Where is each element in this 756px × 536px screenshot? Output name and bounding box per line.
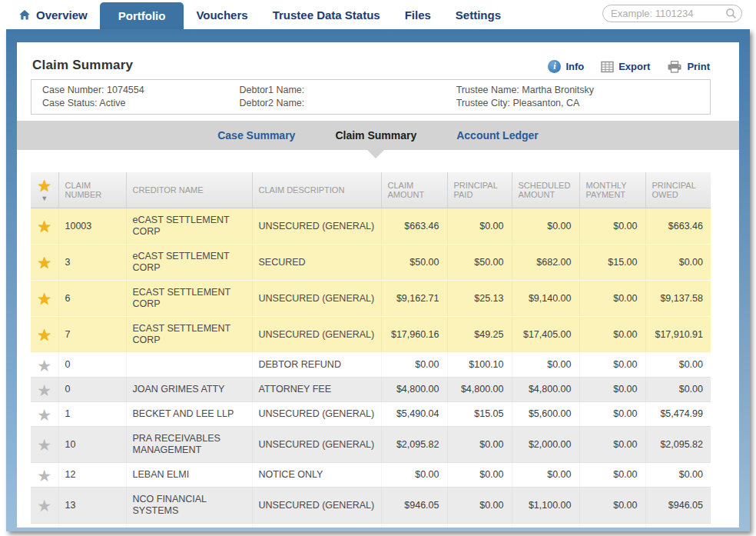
- cell-principal-paid: $4,800.00: [447, 378, 512, 402]
- cell-creditor: LEBAN ELMI: [126, 463, 252, 488]
- favorite-star[interactable]: ★: [31, 378, 58, 402]
- search-icon[interactable]: [725, 8, 737, 22]
- cell-description: UNSECURED (GENERAL): [252, 317, 381, 353]
- cell-scheduled-amount: $4,800.00: [512, 378, 579, 402]
- table-row[interactable]: ★12LEBAN ELMINOTICE ONLY$0.00$0.00$0.00$…: [31, 463, 711, 488]
- table-row[interactable]: ★1BECKET AND LEE LLPUNSECURED (GENERAL)$…: [31, 402, 711, 427]
- favorite-star[interactable]: ★: [31, 281, 58, 317]
- star-icon: ★: [37, 467, 51, 484]
- cell-creditor: BECKET AND LEE LLP: [126, 402, 252, 427]
- table-row[interactable]: ★10003eCAST SETTLEMENT CORPUNSECURED (GE…: [31, 208, 711, 245]
- column-header-claim-description[interactable]: CLAIM DESCRIPTION: [252, 172, 381, 208]
- table-row[interactable]: ★0JOAN GRIMES ATTYATTORNEY FEE$4,800.00$…: [31, 378, 711, 402]
- action-label: Print: [687, 61, 710, 72]
- subtab-claim-summary[interactable]: Claim Summary: [335, 129, 416, 141]
- tab-vouchers[interactable]: Vouchers: [184, 0, 260, 29]
- cell-claim-number: 0: [58, 378, 126, 402]
- info-icon: i: [548, 60, 561, 73]
- cell-principal-owed: $17,910.91: [645, 317, 711, 353]
- cell-claim-amount: $9,162.71: [381, 281, 447, 317]
- cell-claim-number: 1: [58, 402, 126, 427]
- column-header-scheduled-amount[interactable]: SCHEDULED AMOUNT: [512, 172, 579, 208]
- tab-label: Files: [405, 8, 431, 22]
- star-icon: ★: [37, 436, 51, 454]
- cell-scheduled-amount: $17,405.00: [512, 317, 579, 353]
- tab-overview[interactable]: Overview: [6, 0, 100, 29]
- table-row[interactable]: ★3eCAST SETTLEMENT CORPSECURED$50.00$50.…: [31, 245, 711, 281]
- tab-settings[interactable]: Settings: [443, 0, 513, 29]
- tab-label: Settings: [456, 8, 501, 22]
- cell-monthly-payment: $0.00: [579, 402, 645, 427]
- cell-description: UNSECURED (GENERAL): [252, 281, 381, 317]
- tab-portfolio[interactable]: Portfolio: [100, 2, 184, 29]
- cell-principal-owed: $0.00: [645, 245, 711, 281]
- sort-desc-icon: ▼: [41, 195, 48, 202]
- subtab-case-summary[interactable]: Case Summary: [217, 129, 295, 141]
- cell-description: NOTICE ONLY: [252, 463, 381, 488]
- cell-monthly-payment: $0.00: [579, 281, 645, 317]
- cell-scheduled-amount: $1,100.00: [512, 488, 579, 524]
- main-nav: OverviewPortfolioVouchersTrustee Data St…: [6, 0, 750, 29]
- favorite-star[interactable]: ★: [31, 353, 58, 378]
- cell-monthly-payment: $0.00: [579, 488, 645, 524]
- favorite-star[interactable]: ★: [31, 402, 58, 427]
- table-row[interactable]: ★15PRA RECEIVABLES MANAGEMENTUNSECURED (…: [31, 524, 711, 528]
- info-button[interactable]: iInfo: [548, 60, 584, 73]
- cell-description: UNSECURED (GENERAL): [252, 524, 381, 528]
- cell-monthly-payment: $0.00: [579, 317, 645, 353]
- favorite-star[interactable]: ★: [31, 317, 58, 353]
- cell-description: UNSECURED (GENERAL): [252, 427, 381, 463]
- tab-label: Trustee Data Status: [273, 8, 380, 22]
- star-icon: ★: [37, 326, 51, 344]
- cell-scheduled-amount: $2,000.00: [512, 427, 579, 463]
- cell-principal-owed: $9,137.58: [645, 281, 711, 317]
- star-icon: ★: [37, 497, 51, 514]
- column-header-claim-number[interactable]: CLAIM NUMBER: [58, 172, 126, 208]
- page-title: Claim Summary: [32, 58, 133, 73]
- favorite-star[interactable]: ★: [31, 208, 58, 245]
- favorite-star[interactable]: ★: [31, 463, 58, 488]
- export-button[interactable]: Export: [601, 61, 650, 73]
- table-row[interactable]: ★7ECAST SETTLEMENT CORPUNSECURED (GENERA…: [31, 317, 711, 353]
- column-header-principal-paid[interactable]: PRINCIPAL PAID: [447, 172, 512, 208]
- cell-claim-number: 3: [58, 245, 126, 281]
- cell-claim-number: 13: [58, 488, 126, 524]
- case-info-column: Case Number: 1074554Case Status: Active: [42, 84, 240, 110]
- column-header-claim-amount[interactable]: CLAIM AMOUNT: [381, 172, 447, 208]
- column-header-principal-owed[interactable]: PRINCIPAL OWED: [645, 172, 711, 208]
- table-header-row: ★▼CLAIM NUMBERCREDITOR NAMECLAIM DESCRIP…: [31, 172, 711, 208]
- subtab-account-ledger[interactable]: Account Ledger: [456, 129, 539, 141]
- cell-description: SECURED: [252, 245, 381, 281]
- favorite-star[interactable]: ★: [31, 427, 58, 463]
- table-row[interactable]: ★0DEBTOR REFUND$0.00$100.10$0.00$0.00$0.…: [31, 353, 711, 378]
- content-area: Claim Summary iInfoExportPrint Case Numb…: [17, 42, 739, 528]
- column-header-monthly-payment[interactable]: MONTHLY PAYMENT: [579, 172, 645, 208]
- table-row[interactable]: ★13NCO FINANCIAL SYSTEMSUNSECURED (GENER…: [31, 488, 711, 524]
- claims-table: ★▼CLAIM NUMBERCREDITOR NAMECLAIM DESCRIP…: [31, 172, 711, 528]
- star-icon: ★: [37, 254, 51, 271]
- star-icon: ★: [37, 357, 51, 375]
- search-input[interactable]: [602, 5, 742, 22]
- tab-trustee-data-status[interactable]: Trustee Data Status: [260, 0, 393, 29]
- cell-claim-amount: $4,800.00: [381, 378, 447, 402]
- case-info-line: Debtor1 Name:: [240, 84, 456, 97]
- cell-creditor: eCAST SETTLEMENT CORP: [126, 245, 252, 281]
- print-button[interactable]: Print: [667, 61, 710, 73]
- cell-principal-owed: $946.05: [645, 488, 711, 524]
- cell-claim-amount: $403.44: [381, 524, 447, 528]
- cell-scheduled-amount: $0.00: [512, 463, 579, 488]
- favorite-star[interactable]: ★: [31, 245, 58, 281]
- favorite-star[interactable]: ★: [31, 488, 58, 524]
- favorite-star[interactable]: ★: [31, 524, 58, 528]
- cell-claim-number: 15: [58, 524, 126, 528]
- favorite-sort-header[interactable]: ★▼: [31, 172, 58, 208]
- cell-principal-paid: $25.13: [447, 281, 512, 317]
- column-header-creditor-name[interactable]: CREDITOR NAME: [126, 172, 252, 208]
- table-row[interactable]: ★6ECAST SETTLEMENT CORPUNSECURED (GENERA…: [31, 281, 711, 317]
- tab-files[interactable]: Files: [393, 0, 443, 29]
- table-row[interactable]: ★10PRA RECEIVABLES MANAGEMENTUNSECURED (…: [31, 427, 711, 463]
- cell-description: UNSECURED (GENERAL): [252, 402, 381, 427]
- cell-description: UNSECURED (GENERAL): [252, 208, 381, 245]
- page: OverviewPortfolioVouchersTrustee Data St…: [0, 0, 756, 536]
- cell-principal-paid: $0.00: [447, 488, 512, 524]
